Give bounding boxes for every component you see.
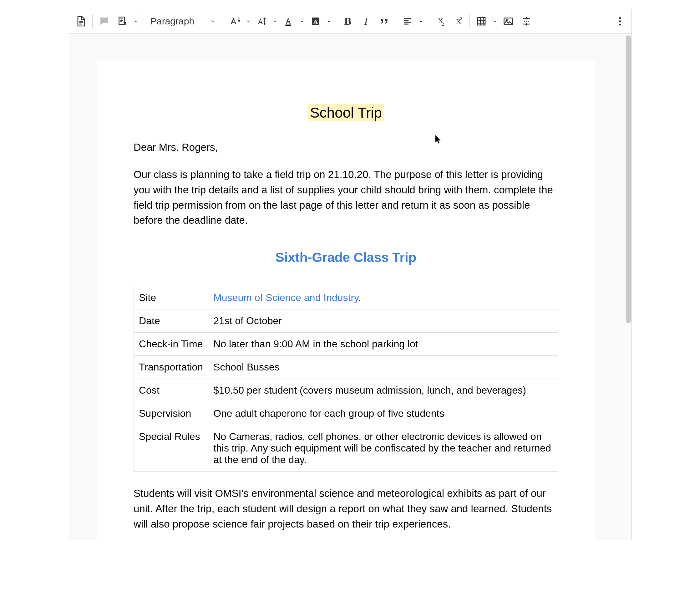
scrollbar-thumb[interactable] (626, 35, 631, 323)
separator (396, 14, 396, 29)
page-break-icon (521, 16, 532, 27)
document-page[interactable]: School Trip Dear Mrs. Rogers, Our class … (97, 60, 595, 540)
superscript-button[interactable]: X 2 (449, 12, 467, 31)
intro-paragraph[interactable]: Our class is planning to take a field tr… (133, 167, 558, 228)
paragraph-style-label: Paragraph (151, 16, 194, 27)
track-changes-icon[interactable] (113, 12, 131, 31)
editor-frame: Paragraph (69, 9, 632, 540)
table-cell-value[interactable]: One adult chaperone for each group of fi… (208, 402, 558, 425)
table-row[interactable]: TransportationSchool Busses (134, 356, 558, 379)
svg-point-11 (619, 17, 621, 19)
separator (428, 14, 428, 29)
line-height-icon[interactable] (253, 12, 271, 31)
table-cell-label[interactable]: Site (134, 286, 208, 309)
svg-text:2: 2 (442, 21, 444, 26)
table-cell-value[interactable]: No Cameras, radios, cell phones, or othe… (208, 425, 558, 472)
separator (92, 14, 93, 29)
document-title-text: School Trip (308, 104, 384, 121)
italic-icon: I (364, 15, 368, 27)
table-cell-label[interactable]: Check-in Time (134, 333, 208, 356)
table-cell-label[interactable]: Date (134, 309, 208, 333)
font-color-icon[interactable] (280, 12, 298, 31)
table-icon[interactable] (472, 12, 490, 31)
toolbar: Paragraph (69, 9, 632, 34)
blockquote-button[interactable] (375, 12, 393, 31)
more-vertical-icon (614, 16, 626, 27)
table-cell-value[interactable]: $10.50 per student (covers museum admiss… (208, 379, 558, 402)
font-size-icon[interactable] (226, 12, 244, 31)
image-icon (503, 16, 514, 27)
bold-button[interactable]: B (339, 12, 357, 31)
svg-point-13 (619, 23, 621, 26)
highlight-color-combo[interactable]: A (307, 12, 333, 31)
document-scroll-area[interactable]: School Trip Dear Mrs. Rogers, Our class … (69, 34, 632, 540)
document-title[interactable]: School Trip (133, 104, 558, 121)
more-menu-button[interactable] (611, 12, 629, 31)
trip-details-table[interactable]: SiteMuseum of Science and Industry.Date2… (133, 286, 558, 472)
svg-rect-8 (478, 17, 485, 25)
table-cell-link[interactable]: Museum of Science and Industry (213, 292, 359, 303)
separator (470, 14, 470, 29)
font-color-combo[interactable] (280, 12, 307, 31)
paragraph-style-select[interactable]: Paragraph (146, 12, 220, 30)
salutation[interactable]: Dear Mrs. Rogers, (133, 141, 558, 153)
table-row[interactable]: Cost$10.50 per student (covers museum ad… (134, 379, 558, 402)
quote-icon (378, 16, 390, 27)
align-combo[interactable] (398, 12, 425, 31)
separator (223, 14, 223, 29)
subscript-icon: X 2 (434, 16, 445, 27)
subscript-button[interactable]: X 2 (431, 12, 449, 31)
table-cell-label[interactable]: Cost (134, 379, 208, 402)
chevron-down-icon[interactable] (417, 12, 425, 31)
svg-text:A: A (313, 18, 318, 25)
bold-icon: B (344, 15, 352, 27)
table-cell-value[interactable]: 21st of October (208, 309, 558, 333)
chevron-down-icon[interactable] (490, 12, 499, 31)
table-cell-label[interactable]: Special Rules (134, 425, 208, 472)
align-left-icon[interactable] (398, 12, 417, 31)
table-combo[interactable] (472, 12, 499, 31)
subheading-divider (133, 270, 558, 270)
image-button[interactable] (499, 12, 517, 31)
chevron-down-icon[interactable] (244, 12, 253, 31)
table-row[interactable]: Date21st of October (134, 309, 558, 333)
table-row[interactable]: SupervisionOne adult chaperone for each … (134, 402, 558, 425)
subheading[interactable]: Sixth-Grade Class Trip (133, 250, 558, 265)
separator (538, 14, 538, 29)
highlight-icon[interactable]: A (307, 12, 325, 31)
editor-window: Paragraph (0, 0, 700, 592)
scrollbar-track[interactable] (624, 34, 632, 540)
closing-paragraph[interactable]: Students will visit OMSI's environmental… (133, 486, 558, 532)
svg-rect-1 (285, 24, 291, 26)
svg-text:2: 2 (460, 16, 462, 21)
title-divider (133, 127, 558, 127)
separator (143, 14, 143, 29)
table-cell-value[interactable]: No later than 9:00 AM in the school park… (208, 333, 558, 356)
font-size-combo[interactable] (226, 12, 253, 31)
comment-icon[interactable] (95, 12, 113, 31)
chevron-down-icon[interactable] (298, 12, 307, 31)
chevron-down-icon[interactable] (325, 12, 333, 31)
italic-button[interactable]: I (357, 12, 375, 31)
table-cell-label[interactable]: Supervision (134, 402, 208, 425)
chevron-down-icon[interactable] (271, 12, 280, 31)
table-row[interactable]: SiteMuseum of Science and Industry. (134, 286, 558, 309)
chevron-down-icon[interactable] (131, 12, 140, 31)
page-break-button[interactable] (517, 12, 535, 31)
table-cell-value[interactable]: School Busses (208, 356, 558, 379)
table-cell-label[interactable]: Transportation (134, 356, 208, 379)
table-cell-value[interactable]: Museum of Science and Industry. (208, 286, 558, 309)
superscript-icon: X 2 (452, 16, 464, 27)
svg-point-12 (619, 20, 621, 22)
track-changes-combo[interactable] (113, 12, 140, 31)
line-height-combo[interactable] (253, 12, 280, 31)
svg-rect-0 (119, 17, 125, 24)
table-row[interactable]: Check-in TimeNo later than 9:00 AM in th… (134, 333, 558, 356)
page-icon[interactable] (72, 12, 90, 31)
table-row[interactable]: Special RulesNo Cameras, radios, cell ph… (134, 425, 558, 472)
